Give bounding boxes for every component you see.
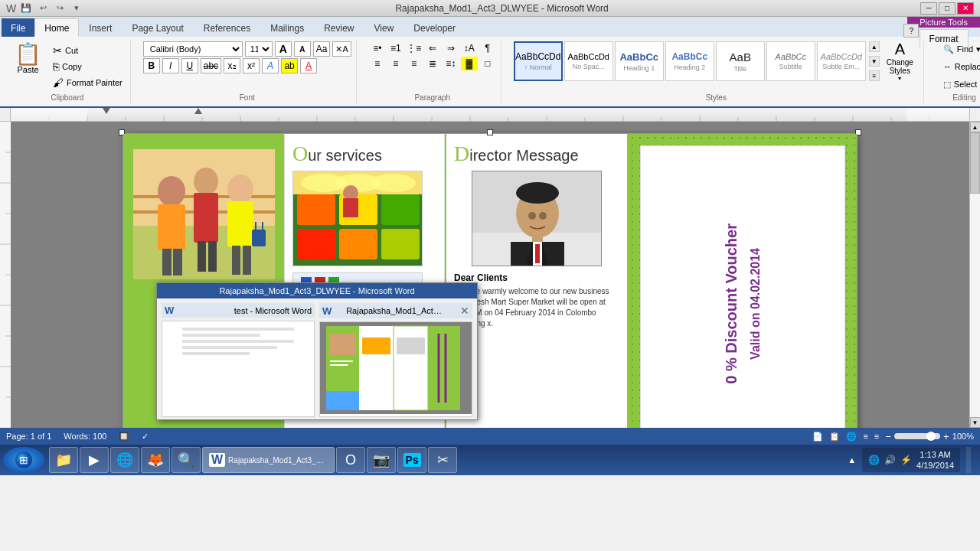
paragraph-group-label: Paragraph — [414, 92, 450, 102]
font-color-button[interactable]: A — [300, 58, 317, 73]
task-preview-doc[interactable]: W Rajapaksha_Mod1_Act3_DL... ✕ — [319, 303, 472, 417]
scroll-down-button[interactable]: ▼ — [970, 417, 981, 428]
style-subtle-em[interactable]: AaBbCcDd Subtle Em... — [817, 41, 866, 81]
save-button[interactable]: 💾 — [19, 2, 33, 15]
underline-button[interactable]: U — [181, 58, 198, 73]
find-button[interactable]: 🔍 Find ▾ — [936, 41, 980, 57]
subscript-button[interactable]: x₂ — [224, 58, 240, 73]
grow-font-button[interactable]: A — [275, 41, 292, 57]
justify-button[interactable]: ≣ — [424, 57, 441, 70]
tab-page-layout[interactable]: Page Layout — [122, 18, 193, 37]
zoom-in-button[interactable]: + — [943, 431, 949, 442]
tab-review[interactable]: Review — [314, 18, 364, 37]
resize-handle-top[interactable] — [487, 129, 493, 135]
scroll-up-button[interactable]: ▲ — [970, 122, 981, 132]
styles-more-button[interactable]: ≡ — [869, 70, 880, 81]
find-label: Find — [957, 44, 973, 54]
tab-insert[interactable]: Insert — [79, 18, 122, 37]
style-subtitle[interactable]: AaBbCc Subtitle — [766, 41, 815, 81]
taskbar-mediaplayer[interactable]: ▶ — [80, 447, 109, 473]
styles-scroll-up[interactable]: ▲ — [869, 41, 880, 52]
strikethrough-button[interactable]: abc — [201, 58, 221, 73]
show-marks-button[interactable]: ¶ — [479, 41, 496, 55]
text-effects-button[interactable]: A — [262, 58, 279, 73]
styles-scroll-down[interactable]: ▼ — [869, 56, 880, 67]
taskbar-opera[interactable]: O — [336, 447, 365, 473]
close-button[interactable]: ✕ — [957, 2, 974, 15]
zoom-slider[interactable] — [894, 433, 940, 439]
maximize-button[interactable]: □ — [939, 2, 956, 15]
view-normal-button[interactable]: 📄 — [812, 432, 823, 442]
bold-button[interactable]: B — [143, 58, 160, 73]
style-normal[interactable]: AaBbCcDd ↑ Normal — [514, 41, 563, 81]
superscript-button[interactable]: x² — [243, 58, 260, 73]
select-button[interactable]: ⬚ Select ▾ — [936, 77, 980, 92]
show-hidden-icons[interactable]: ▲ — [848, 455, 856, 465]
style-heading2[interactable]: AaBbCc Heading 2 — [665, 41, 714, 81]
help-button[interactable]: ? — [903, 24, 919, 37]
tab-developer[interactable]: Developer — [403, 18, 466, 37]
shrink-font-button[interactable]: A — [294, 41, 311, 57]
taskbar-camera[interactable]: 📷 — [367, 447, 396, 473]
taskbar-photoshop[interactable]: Ps — [397, 447, 426, 473]
minimize-button[interactable]: ─ — [920, 2, 937, 15]
style-no-spacing[interactable]: AaBbCcDd No Spac... — [564, 41, 613, 81]
clear-formatting-button[interactable]: ✕A — [332, 41, 351, 57]
task-preview-content-2 — [319, 321, 472, 417]
decrease-indent-button[interactable]: ⇐ — [424, 41, 441, 55]
border-button[interactable]: □ — [479, 57, 496, 70]
zoom-control[interactable]: − + 100% — [885, 431, 974, 442]
format-painter-button[interactable]: 🖌 Format Painter — [50, 75, 126, 90]
taskbar-snip[interactable]: ✂ — [428, 447, 457, 473]
view-fullscreen-button[interactable]: 📋 — [829, 432, 840, 442]
center-button[interactable]: ≡ — [387, 57, 404, 70]
style-title[interactable]: AaB Title — [716, 41, 765, 81]
task-preview-test[interactable]: W test - Microsoft Word — [162, 303, 315, 417]
undo-button[interactable]: ↩ — [36, 2, 50, 15]
taskbar-chrome[interactable]: 🌐 — [110, 447, 139, 473]
italic-button[interactable]: I — [162, 58, 179, 73]
taskbar-explorer[interactable]: 📁 — [49, 447, 78, 473]
copy-button[interactable]: ⎘ Copy — [50, 59, 126, 74]
line-spacing-button[interactable]: ≡↕ — [443, 57, 459, 70]
taskbar-word[interactable]: W Rajapaksha_Mod1_Act3_DL... — [202, 447, 335, 473]
view-web-button[interactable]: 🌐 — [846, 432, 857, 442]
font-name-select[interactable]: Calibri (Body) — [143, 41, 243, 57]
start-button[interactable]: ⊞ — [3, 447, 44, 473]
zoom-out-button[interactable]: − — [885, 431, 891, 442]
multilevel-list-button[interactable]: ⋮≡ — [406, 41, 423, 55]
numbering-button[interactable]: ≡1 — [387, 41, 404, 55]
tab-references[interactable]: References — [194, 18, 260, 37]
show-desktop-button[interactable] — [966, 447, 971, 473]
highlight-button[interactable]: ab — [281, 58, 298, 73]
document-canvas[interactable]: F resh Mart Super Market Fresh Mart Supe… — [11, 122, 969, 428]
change-case-button[interactable]: Aa — [313, 41, 331, 57]
paste-button[interactable]: 📋 Paste — [9, 41, 47, 90]
task-close-button[interactable]: ✕ — [460, 305, 469, 317]
cut-button[interactable]: ✂ Cut — [50, 43, 126, 58]
tab-mailings[interactable]: Mailings — [260, 18, 314, 37]
taskbar-firefox[interactable]: 🦊 — [141, 447, 170, 473]
align-right-button[interactable]: ≡ — [406, 57, 423, 70]
redo-button[interactable]: ↪ — [53, 2, 67, 15]
horizontal-ruler[interactable] — [11, 108, 969, 122]
increase-indent-button[interactable]: ⇒ — [443, 41, 459, 55]
bullets-button[interactable]: ≡• — [369, 41, 386, 55]
scroll-thumb[interactable] — [970, 132, 980, 194]
svg-rect-26 — [906, 108, 969, 122]
taskbar-search[interactable]: 🔍 — [172, 447, 201, 473]
customize-qat-button[interactable]: ▾ — [70, 2, 83, 15]
sort-button[interactable]: ↕A — [461, 41, 478, 55]
tab-view[interactable]: View — [364, 18, 404, 37]
font-size-select[interactable]: 11 — [245, 41, 273, 57]
align-left-button[interactable]: ≡ — [369, 57, 386, 70]
vertical-scrollbar[interactable]: ▲ ▼ — [969, 122, 980, 428]
view-outline-button[interactable]: ≡ — [863, 432, 867, 441]
tab-file[interactable]: File — [2, 18, 34, 37]
view-draft-button[interactable]: ≡ — [874, 432, 879, 441]
replace-button[interactable]: ↔ Replace — [936, 59, 980, 74]
style-heading1[interactable]: AaBbCc Heading 1 — [615, 41, 664, 81]
tab-home[interactable]: Home — [34, 18, 79, 37]
change-styles-button[interactable]: A Change Styles ▾ — [881, 42, 919, 80]
shading-button[interactable]: ▓ — [461, 57, 478, 70]
